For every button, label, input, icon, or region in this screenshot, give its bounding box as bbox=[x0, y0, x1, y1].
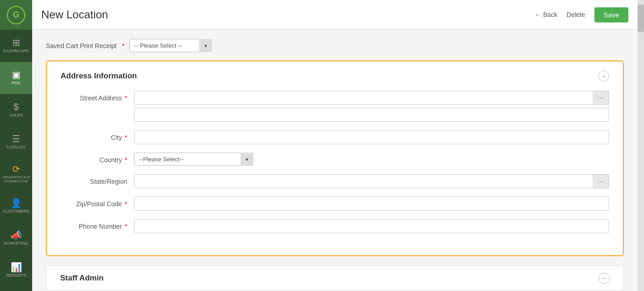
state-region-input[interactable] bbox=[134, 174, 609, 188]
sidebar-label-sales: Sales bbox=[9, 113, 22, 118]
sidebar: G ⊞ Dashboard ▣ POS $ Sales ☰ Catalog ⟳ … bbox=[0, 0, 32, 291]
save-button[interactable]: Save bbox=[594, 7, 628, 22]
back-label: Back bbox=[543, 11, 557, 18]
customers-icon: 👤 bbox=[11, 198, 22, 208]
main-area: New Location ← Back Delete Save Saved Ca… bbox=[32, 0, 638, 291]
orderpad-icon: ⟳ bbox=[12, 165, 20, 174]
sidebar-label-customers: Customers bbox=[3, 209, 29, 214]
street-address-input-2[interactable] bbox=[134, 108, 609, 122]
country-fields: --Please Select-- ▾ bbox=[134, 153, 609, 166]
sidebar-item-marketing[interactable]: 📣 Marketing bbox=[0, 222, 32, 254]
sidebar-label-dashboard: Dashboard bbox=[3, 49, 29, 54]
sidebar-label-pos: POS bbox=[11, 81, 20, 86]
staff-admin-header: Staff Admin − bbox=[60, 273, 610, 284]
city-label: City * bbox=[61, 130, 134, 141]
street-address-input[interactable] bbox=[134, 91, 609, 105]
staff-admin-title: Staff Admin bbox=[60, 274, 104, 283]
sidebar-label-reports: Reports bbox=[6, 274, 26, 278]
zip-postal-input[interactable] bbox=[134, 197, 609, 211]
scrollbar-thumb[interactable] bbox=[638, 5, 644, 32]
content-area: Saved Cart Print Receipt * -- Please Sel… bbox=[32, 30, 638, 291]
logo-icon: G bbox=[7, 6, 25, 24]
zip-postal-row: Zip/Postal Code * bbox=[61, 197, 609, 211]
staff-admin-collapse-button[interactable]: − bbox=[599, 273, 610, 284]
street-address-row: Street Address * ··· bbox=[61, 91, 609, 122]
saved-cart-select[interactable]: -- Please Select -- bbox=[129, 39, 212, 52]
state-dots-icon: ··· bbox=[598, 177, 604, 186]
city-row: City * bbox=[61, 130, 609, 144]
arrow-left-icon: ← bbox=[534, 11, 541, 18]
state-region-input-wrapper: ··· bbox=[134, 174, 609, 188]
street-address-dots-button[interactable]: ··· bbox=[593, 91, 609, 105]
city-input[interactable] bbox=[134, 130, 609, 144]
state-region-label: State/Region bbox=[61, 174, 134, 185]
phone-number-input[interactable] bbox=[134, 219, 609, 233]
saved-cart-label: Saved Cart Print Receipt bbox=[46, 42, 117, 49]
pos-icon: ▣ bbox=[12, 70, 21, 79]
sidebar-item-sales[interactable]: $ Sales bbox=[0, 94, 32, 126]
sidebar-item-reports[interactable]: 📊 Reports bbox=[0, 254, 32, 286]
country-select[interactable]: --Please Select-- bbox=[134, 153, 253, 166]
zip-postal-fields bbox=[134, 197, 609, 211]
scrollbar-track bbox=[638, 0, 644, 291]
address-section: Address Information − Street Address * ·… bbox=[46, 60, 624, 256]
sidebar-item-pos[interactable]: ▣ POS bbox=[0, 62, 32, 94]
reports-icon: 📊 bbox=[11, 263, 22, 272]
staff-admin-section: Staff Admin − bbox=[46, 265, 624, 291]
minus-circle-icon: − bbox=[602, 72, 605, 80]
header-actions: ← Back Delete Save bbox=[534, 7, 628, 22]
street-address-input-wrapper: ··· bbox=[134, 91, 609, 105]
sidebar-label-orderpad: ORDERPAD A.M CONNECTOR bbox=[0, 176, 32, 184]
sidebar-item-catalog[interactable]: ☰ Catalog bbox=[0, 126, 32, 158]
back-button[interactable]: ← Back bbox=[534, 11, 557, 18]
phone-number-fields bbox=[134, 219, 609, 233]
delete-button[interactable]: Delete bbox=[566, 11, 585, 18]
saved-cart-required: * bbox=[122, 42, 124, 49]
saved-cart-select-wrapper: -- Please Select -- ▾ bbox=[129, 39, 212, 52]
saved-cart-row: Saved Cart Print Receipt * -- Please Sel… bbox=[46, 39, 624, 52]
state-region-row: State/Region ··· bbox=[61, 174, 609, 188]
sidebar-item-stores[interactable]: 🏪 Stores bbox=[0, 286, 32, 291]
street-address-label: Street Address * bbox=[61, 91, 134, 102]
sidebar-item-dashboard[interactable]: ⊞ Dashboard bbox=[0, 30, 32, 62]
page-title: New Location bbox=[41, 8, 108, 21]
dots-icon: ··· bbox=[598, 94, 604, 102]
sales-icon: $ bbox=[13, 102, 18, 111]
staff-minus-icon: − bbox=[602, 275, 606, 282]
sidebar-label-catalog: Catalog bbox=[6, 145, 26, 150]
phone-number-label: Phone Number * bbox=[61, 219, 134, 230]
country-label: Country * bbox=[61, 153, 134, 164]
country-select-wrapper: --Please Select-- ▾ bbox=[134, 153, 253, 166]
header: New Location ← Back Delete Save bbox=[32, 0, 638, 30]
address-section-header: Address Information − bbox=[61, 71, 609, 82]
sidebar-item-orderpad[interactable]: ⟳ ORDERPAD A.M CONNECTOR bbox=[0, 158, 32, 190]
sidebar-label-marketing: Marketing bbox=[4, 242, 28, 246]
state-region-fields: ··· bbox=[134, 174, 609, 188]
address-collapse-button[interactable]: − bbox=[598, 71, 609, 82]
sidebar-item-customers[interactable]: 👤 Customers bbox=[0, 190, 32, 222]
street-address-fields: ··· bbox=[134, 91, 609, 122]
country-row: Country * --Please Select-- ▾ bbox=[61, 153, 609, 166]
state-region-dots-button[interactable]: ··· bbox=[593, 174, 609, 188]
zip-postal-label: Zip/Postal Code * bbox=[61, 197, 134, 208]
catalog-icon: ☰ bbox=[12, 134, 20, 143]
dashboard-icon: ⊞ bbox=[12, 38, 20, 47]
phone-number-row: Phone Number * bbox=[61, 219, 609, 233]
city-fields bbox=[134, 130, 609, 144]
address-section-title: Address Information bbox=[61, 71, 137, 81]
marketing-icon: 📣 bbox=[11, 231, 22, 240]
sidebar-logo: G bbox=[0, 0, 32, 30]
